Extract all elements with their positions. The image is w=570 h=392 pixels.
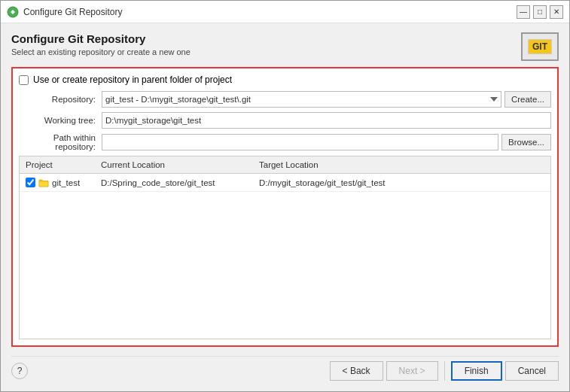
project-cell: git_test: [20, 176, 95, 189]
bottom-bar: ? < Back Next > Finish Cancel: [11, 356, 559, 382]
page-header: Configure Git Repository Select an exist…: [11, 32, 559, 61]
help-button[interactable]: ?: [11, 363, 28, 379]
title-bar: Configure Git Repository — □ ✕: [1, 1, 569, 23]
nav-buttons: < Back Next > Finish Cancel: [330, 361, 559, 381]
browse-button[interactable]: Browse...: [501, 134, 551, 150]
path-within-input[interactable]: [102, 134, 498, 150]
create-button[interactable]: Create...: [504, 91, 551, 108]
window-icon: [7, 6, 19, 18]
page-subtitle: Select an existing repository or create …: [11, 47, 191, 56]
col-header-project: Project: [20, 159, 95, 171]
parent-folder-checkbox[interactable]: [19, 75, 29, 85]
minimize-button[interactable]: —: [517, 5, 530, 19]
target-location-cell: D:/mygit_storage/git_test/git_test: [253, 177, 550, 189]
git-logo: GIT: [521, 32, 559, 61]
separator: [444, 361, 445, 381]
table-header: Project Current Location Target Location: [20, 156, 550, 174]
maximize-button[interactable]: □: [533, 5, 547, 19]
repository-row: Repository: git_test - D:\mygit_storage\…: [19, 91, 551, 108]
col-header-target: Target Location: [253, 159, 550, 171]
folder-icon: [38, 178, 49, 187]
repository-select[interactable]: git_test - D:\mygit_storage\git_test\.gi…: [102, 91, 501, 108]
repository-label: Repository:: [19, 95, 102, 104]
working-tree-row: Working tree:: [19, 112, 551, 129]
path-within-label: Path within repository:: [19, 133, 102, 151]
main-box: Use or create repository in parent folde…: [11, 67, 559, 347]
git-logo-text: GIT: [528, 39, 552, 54]
next-button[interactable]: Next >: [386, 361, 438, 381]
page-title: Configure Git Repository: [11, 32, 191, 45]
close-button[interactable]: ✕: [550, 5, 563, 19]
project-checkbox[interactable]: [26, 178, 35, 187]
projects-table: Project Current Location Target Location…: [19, 156, 551, 339]
path-within-row: Path within repository: Browse...: [19, 133, 551, 151]
back-button[interactable]: < Back: [330, 361, 383, 381]
content-area: Configure Git Repository Select an exist…: [1, 23, 569, 391]
project-name: git_test: [52, 178, 80, 187]
col-header-current: Current Location: [95, 159, 253, 171]
main-window: Configure Git Repository — □ ✕ Configure…: [0, 0, 570, 392]
checkbox-label: Use or create repository in parent folde…: [33, 74, 232, 85]
cancel-button[interactable]: Cancel: [505, 361, 559, 381]
working-tree-input[interactable]: [102, 112, 551, 129]
checkbox-row: Use or create repository in parent folde…: [19, 74, 551, 85]
window-title: Configure Git Repository: [23, 7, 122, 17]
current-location-cell: D:/Spring_code_store/git_test: [95, 177, 253, 189]
working-tree-label: Working tree:: [19, 116, 102, 125]
table-body: git_test D:/Spring_code_store/git_test D…: [20, 174, 550, 192]
table-row: git_test D:/Spring_code_store/git_test D…: [20, 174, 550, 192]
finish-button[interactable]: Finish: [451, 361, 502, 381]
